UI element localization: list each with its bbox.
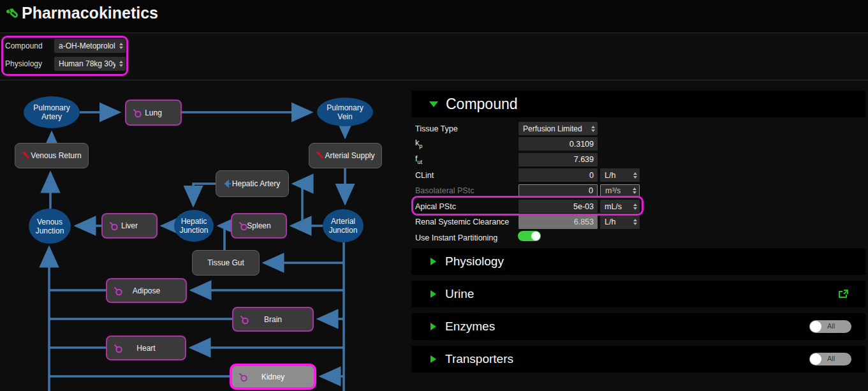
node-label: Lung	[145, 108, 162, 117]
toggle-knob	[810, 353, 821, 365]
compound-select-value: a-OH-Metoprolol	[59, 41, 115, 50]
section-enzymes[interactable]: Enzymes All	[411, 313, 865, 340]
node-label: Hepatic Artery	[232, 179, 280, 188]
node-adipose[interactable]: Adipose	[106, 278, 187, 303]
section-compound-title: Compound	[446, 96, 518, 113]
tissue-type-select[interactable]: Perfusion Limited	[519, 122, 598, 135]
chevron-right-icon	[430, 355, 436, 363]
selector-band: Compound a-OH-Metoprolol Physiology Huma…	[0, 33, 868, 80]
toggle-knob	[810, 321, 821, 332]
node-venous-junction[interactable]: Venous Junction	[29, 209, 71, 244]
spinner-icon[interactable]	[633, 188, 636, 194]
node-label: Tissue Gut	[207, 258, 244, 267]
spinner-icon[interactable]	[633, 203, 637, 210]
renal-clearance-unit-select[interactable]: L/h	[600, 216, 640, 229]
clint-unit-select[interactable]: L/h	[600, 168, 640, 182]
node-label: Arterial Supply	[325, 151, 374, 160]
pills-icon	[5, 5, 19, 19]
node-pulmonary-artery[interactable]: Pulmonary Artery	[24, 96, 80, 128]
transporters-all-toggle[interactable]: All	[809, 353, 851, 365]
node-label: Arterial Junction	[327, 217, 360, 235]
spinner-icon[interactable]	[119, 43, 123, 49]
red-pen-icon	[21, 151, 31, 161]
chevron-down-icon	[429, 101, 438, 107]
basolateral-pstc-unit-select[interactable]: m³/s	[600, 184, 640, 198]
export-icon[interactable]	[838, 289, 849, 299]
node-label: Spleen	[247, 221, 270, 230]
node-tissue-gut[interactable]: Tissue Gut	[192, 250, 260, 276]
node-venous-return[interactable]: Venous Return	[15, 143, 89, 168]
basolateral-pstc-input[interactable]	[519, 184, 598, 198]
arrow-left-icon	[222, 179, 232, 189]
toggle-knob	[531, 232, 540, 240]
spinner-icon[interactable]	[119, 61, 123, 67]
node-heart[interactable]: Heart	[106, 336, 186, 360]
kp-input[interactable]	[519, 137, 598, 151]
renal-clearance-unit-value: L/h	[605, 218, 629, 226]
node-label: Pulmonary Artery	[27, 103, 76, 121]
instant-partitioning-toggle[interactable]	[518, 231, 541, 241]
section-urine[interactable]: Urine	[411, 281, 865, 307]
chevron-right-icon	[430, 258, 436, 265]
divider	[0, 80, 868, 80]
node-arterial-junction[interactable]: Arterial Junction	[323, 209, 364, 242]
renal-clearance-input	[519, 216, 598, 229]
red-pen-icon	[315, 151, 325, 161]
apical-pstc-unit-value: mL/s	[605, 202, 629, 211]
fut-input[interactable]	[519, 153, 598, 166]
section-compound[interactable]: Compound	[411, 91, 865, 117]
section-transporters[interactable]: Transporters All	[411, 346, 865, 373]
apical-pstc-input[interactable]	[519, 200, 598, 213]
kp-label: kp	[415, 138, 422, 149]
node-hepatic-artery[interactable]: Hepatic Artery	[216, 170, 289, 197]
node-label: Kidney	[261, 373, 285, 381]
physiology-selector-label: Physiology	[5, 59, 42, 68]
compound-select[interactable]: a-OH-Metoprolol	[54, 39, 126, 53]
section-transporters-title: Transporters	[445, 352, 513, 366]
tissue-type-label: Tissue Type	[415, 124, 458, 133]
flask-icon	[238, 372, 248, 382]
node-hepatic-junction[interactable]: Hepatic Junction	[174, 210, 214, 242]
flask-icon	[239, 314, 249, 325]
node-lung[interactable]: Lung	[125, 100, 182, 126]
all-toggle-label: All	[827, 355, 835, 362]
physiology-select[interactable]: Human 78kg 30y	[54, 57, 126, 71]
clint-label: CLint	[415, 171, 434, 180]
node-brain[interactable]: Brain	[232, 307, 314, 332]
node-spleen[interactable]: Spleen	[231, 213, 287, 239]
node-label: Venous Return	[31, 151, 81, 160]
renal-clearance-label: Renal Systemic Clearance	[415, 218, 509, 226]
fut-label: fut	[415, 154, 422, 165]
compound-selector-row: Compound	[5, 39, 43, 53]
properties-panel: Compound Tissue Type Perfusion Limited k…	[411, 86, 868, 391]
section-physiology-title: Physiology	[445, 255, 504, 269]
node-label: Adipose	[133, 286, 160, 295]
node-label: Hepatic Junction	[178, 217, 210, 235]
chevron-right-icon	[430, 290, 436, 298]
enzymes-all-toggle[interactable]: All	[809, 320, 851, 333]
section-urine-title: Urine	[445, 287, 474, 301]
node-label: Brain	[264, 315, 282, 324]
page-title: Pharmacokinetics	[22, 4, 158, 22]
app-header: Pharmacokinetics	[0, 0, 868, 33]
node-arterial-supply[interactable]: Arterial Supply	[309, 143, 382, 168]
node-label: Heart	[136, 344, 155, 353]
compound-selector-label: Compound	[5, 41, 43, 50]
node-pulmonary-vein[interactable]: Pulmonary Vein	[317, 98, 373, 126]
flask-icon	[113, 286, 123, 296]
node-label: Liver	[121, 221, 138, 230]
node-liver[interactable]: Liver	[101, 213, 158, 239]
section-physiology[interactable]: Physiology	[411, 248, 865, 275]
clint-input[interactable]	[519, 168, 598, 182]
spinner-icon[interactable]	[591, 126, 595, 132]
apical-pstc-unit-select[interactable]: mL/s	[600, 200, 640, 213]
basolateral-pstc-label: Basolateral PStc	[415, 186, 474, 195]
flask-icon	[238, 221, 248, 231]
flask-icon	[132, 108, 142, 118]
tissue-type-value: Perfusion Limited	[523, 124, 587, 133]
spinner-icon[interactable]	[633, 219, 637, 225]
section-enzymes-title: Enzymes	[445, 320, 495, 334]
physiology-diagram: Pulmonary Artery Pulmonary Vein Venous J…	[0, 82, 411, 391]
node-kidney-selected[interactable]: Kidney	[230, 364, 316, 390]
spinner-icon[interactable]	[633, 172, 637, 179]
